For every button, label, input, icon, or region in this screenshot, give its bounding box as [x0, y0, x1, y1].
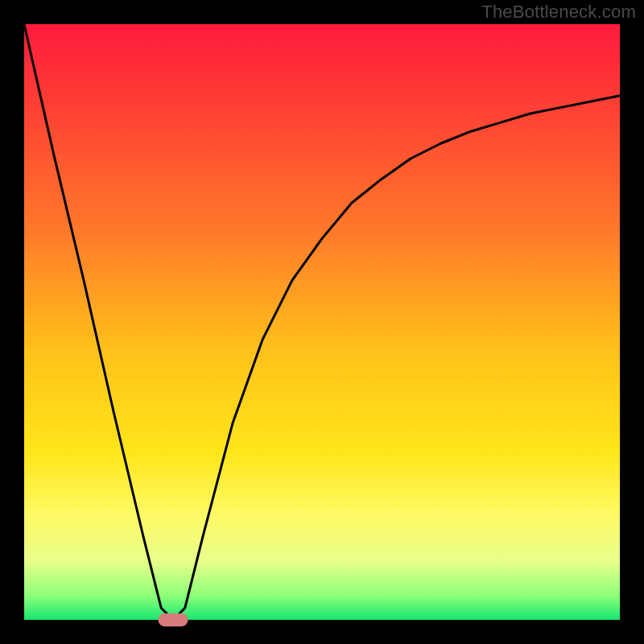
minimum-marker — [159, 613, 188, 626]
chart-container: TheBottleneck.com — [0, 0, 644, 644]
chart-svg — [0, 0, 644, 644]
